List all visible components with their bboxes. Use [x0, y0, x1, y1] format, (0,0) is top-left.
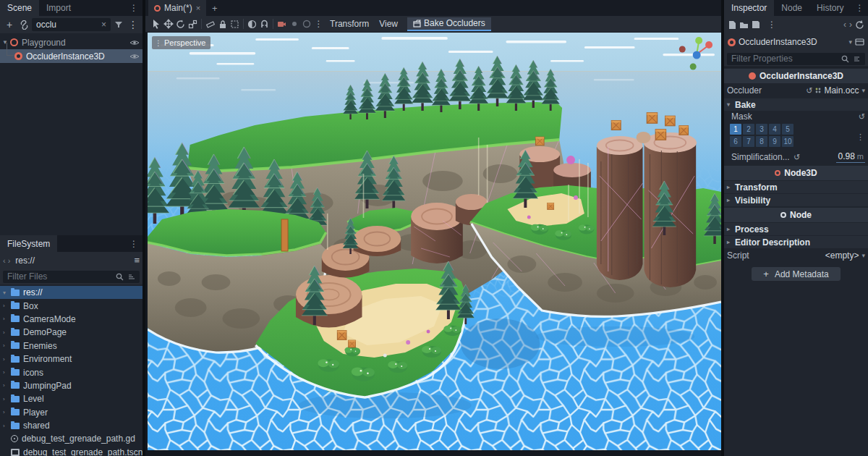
filter-nodes-icon[interactable] [112, 18, 125, 31]
expand-chevron-icon[interactable]: › [3, 369, 10, 376]
file-row[interactable]: › JumpingPad [0, 379, 142, 392]
section-transform[interactable]: ▸ Transform [724, 181, 868, 193]
section-editor-description[interactable]: ▸ Editor Description [724, 236, 868, 248]
node-tools-icon[interactable] [855, 38, 864, 46]
history-forward-icon[interactable]: › [849, 20, 852, 30]
mask-cell[interactable]: 6 [730, 136, 741, 147]
tab-filesystem[interactable]: FileSystem [0, 235, 57, 252]
mask-cell[interactable]: 3 [756, 124, 767, 135]
object-history-icon[interactable] [855, 20, 864, 30]
file-row[interactable]: › Player [0, 406, 142, 419]
mask-cell[interactable]: 4 [769, 124, 780, 135]
occluder-value[interactable]: Main.occ▾ [824, 85, 865, 96]
mask-cell[interactable]: 9 [769, 136, 780, 147]
visibility-eye-icon[interactable] [129, 53, 140, 60]
instance-scene-icon[interactable] [17, 18, 30, 31]
file-row[interactable]: › Enemies [0, 339, 142, 352]
property-simplification[interactable]: Simplification... ↺ 0.98 m [724, 150, 868, 164]
scale-tool-icon[interactable] [188, 18, 198, 30]
lock-icon[interactable] [218, 18, 228, 30]
bake-occluders-button[interactable]: Bake Occluders [407, 17, 491, 31]
visibility-eye-icon[interactable] [129, 39, 140, 46]
expand-chevron-icon[interactable]: › [3, 423, 10, 429]
extra-options-icon[interactable]: ⋮ [314, 18, 324, 30]
local-space-icon[interactable] [247, 18, 258, 30]
expand-chevron-icon[interactable]: › [3, 316, 10, 322]
file-row[interactable]: › Environment [0, 352, 142, 366]
close-tab-icon[interactable]: × [196, 4, 200, 12]
expand-chevron-icon[interactable]: ▾ [3, 290, 10, 296]
property-mask[interactable]: Mask ↺ [724, 111, 868, 122]
group-icon[interactable] [230, 18, 240, 30]
expand-chevron-icon[interactable]: › [3, 396, 10, 402]
revert-icon[interactable]: ↺ [859, 112, 865, 122]
file-row[interactable]: › Box [0, 299, 142, 312]
viewport-3d[interactable]: ⋮ Perspective [145, 33, 721, 450]
add-node-icon[interactable]: + [3, 18, 16, 31]
simplification-value[interactable]: 0.98 m [836, 151, 865, 163]
ruler-tool-icon[interactable] [205, 18, 216, 30]
environment-icon[interactable] [302, 18, 312, 30]
load-resource-icon[interactable] [739, 21, 749, 29]
script-value[interactable]: <empty>▾ [825, 250, 865, 261]
file-row[interactable]: › shared [0, 419, 142, 432]
perspective-menu[interactable]: ⋮ Perspective [152, 36, 210, 49]
transform-menu[interactable]: Transform [325, 19, 374, 29]
camera-preview-icon[interactable] [277, 18, 287, 30]
mask-cell[interactable]: 5 [782, 124, 793, 135]
tab-node[interactable]: Node [774, 0, 809, 16]
view-menu[interactable]: View [374, 19, 403, 29]
new-resource-icon[interactable] [728, 20, 736, 30]
tab-history[interactable]: History [809, 0, 851, 16]
expand-chevron-icon[interactable]: › [3, 409, 10, 415]
nav-back-icon[interactable]: ‹ [3, 256, 6, 265]
node-dropdown-caret-icon[interactable]: ▾ [848, 38, 852, 46]
file-row[interactable]: › DemoPage [0, 326, 142, 339]
sort-icon[interactable] [127, 273, 135, 281]
expand-chevron-icon[interactable]: › [3, 356, 10, 363]
file-row[interactable]: ▾ res:// [0, 286, 142, 299]
mask-cell[interactable]: 7 [743, 136, 754, 147]
sun-icon[interactable] [289, 18, 299, 30]
property-script[interactable]: Script <empty>▾ [724, 248, 868, 263]
toggle-split-icon[interactable]: ≡ [134, 255, 140, 266]
property-occluder[interactable]: Occluder ↺ Main.occ▾ [724, 83, 868, 98]
section-visibility[interactable]: ▸ Visibility [724, 194, 868, 206]
expand-chevron-icon[interactable]: › [3, 303, 10, 309]
scene-filter-input[interactable]: occlu × [32, 18, 111, 31]
section-process[interactable]: ▸ Process [724, 223, 868, 235]
mask-cell[interactable]: 10 [782, 136, 793, 147]
mask-cell[interactable]: 2 [743, 124, 754, 135]
file-row[interactable]: › icons [0, 366, 142, 379]
filesystem-menu-icon[interactable]: ⋮ [125, 235, 142, 252]
revert-icon[interactable]: ↺ [806, 86, 812, 96]
mask-cell[interactable]: 8 [756, 136, 767, 147]
expand-chevron-icon[interactable]: › [3, 342, 10, 349]
filter-files-input[interactable]: Filter Files [3, 271, 140, 283]
revert-icon[interactable]: ↺ [793, 153, 800, 162]
tab-import[interactable]: Import [39, 0, 78, 16]
mask-extra-icon[interactable]: ⋮ [856, 132, 864, 142]
move-tool-icon[interactable] [163, 18, 174, 30]
inspected-node-row[interactable]: OccluderInstance3D ▾ [724, 33, 868, 51]
current-path[interactable]: res:// [12, 256, 132, 266]
tab-inspector[interactable]: Inspector [724, 0, 774, 16]
expand-chevron-icon[interactable]: › [3, 382, 10, 389]
nav-forward-icon[interactable]: › [8, 256, 11, 265]
file-row[interactable]: › CameraMode [0, 313, 142, 326]
tab-scene[interactable]: Scene [0, 0, 39, 16]
select-tool-icon[interactable] [151, 18, 161, 30]
file-row[interactable]: debug_test_grenade_path.gd [0, 432, 142, 445]
snap-icon[interactable] [260, 18, 270, 30]
section-bake[interactable]: ▾ Bake [724, 98, 868, 111]
scene-dock-menu-icon[interactable]: ⋮ [125, 0, 142, 16]
add-metadata-button[interactable]: + Add Metadata [752, 267, 840, 281]
file-row[interactable]: debug_test_grenade_path.tscn [0, 446, 142, 456]
tree-row-occluderinstance3d[interactable]: OccluderInstance3D [0, 49, 142, 63]
scene-tree-menu-icon[interactable]: ⋮ [127, 18, 140, 31]
save-resource-icon[interactable] [752, 20, 760, 29]
new-scene-tab-icon[interactable]: + [206, 0, 224, 16]
filter-properties-input[interactable]: Filter Properties [727, 53, 865, 65]
sort-properties-icon[interactable] [853, 55, 861, 63]
clear-search-icon[interactable]: × [101, 20, 106, 30]
